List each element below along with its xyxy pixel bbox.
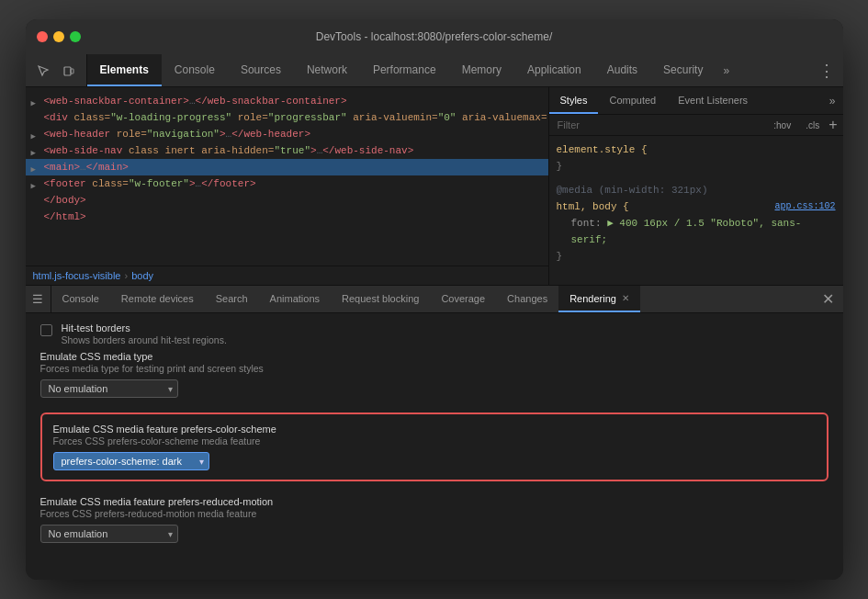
css-source-link[interactable]: app.css:102 — [774, 198, 835, 215]
hit-test-checkbox[interactable] — [40, 324, 52, 336]
prefers-reduced-motion-label: Emulate CSS media feature prefers-reduce… — [40, 496, 829, 507]
rendering-panel: Hit-test borders Shows borders around hi… — [26, 313, 843, 580]
styles-more-button[interactable]: » — [822, 87, 843, 114]
prefers-reduced-motion-select-wrap: No emulation reduce — [40, 525, 829, 543]
html-line-selected[interactable]: ▶ <main>…</main> — [26, 159, 548, 175]
drawer-tab-remote-devices[interactable]: Remote devices — [110, 286, 205, 312]
drawer-tab-request-blocking[interactable]: Request blocking — [331, 286, 430, 312]
tab-styles[interactable]: Styles — [549, 87, 599, 114]
drawer-tab-changes[interactable]: Changes — [496, 286, 558, 312]
hit-test-label: Hit-test borders — [62, 322, 227, 333]
more-tabs-button[interactable]: » — [716, 54, 737, 86]
prefers-color-scheme-label: Emulate CSS media feature prefers-color-… — [53, 424, 816, 435]
css-media-query: @media (min-width: 321px) — [557, 185, 708, 196]
breadcrumb: html.js-focus-visible › body — [26, 266, 548, 285]
cls-button[interactable]: .cls — [800, 119, 825, 132]
bottom-drawer: ☰ Console Remote devices Search Animatio… — [26, 285, 843, 580]
css-rule-media: @media (min-width: 321px) html, body { a… — [557, 182, 836, 265]
css-media-type-label: Emulate CSS media type — [40, 351, 829, 362]
close-button[interactable] — [37, 31, 48, 42]
css-rule-element-style: element.style { } — [557, 141, 836, 175]
maximize-button[interactable] — [70, 31, 81, 42]
html-line[interactable]: ▶ <footer class="w-footer">…</footer> — [26, 175, 548, 192]
add-style-button[interactable]: + — [829, 118, 837, 132]
drawer-tab-console[interactable]: Console — [51, 286, 110, 312]
hit-test-desc: Shows borders around hit-test regions. — [62, 334, 227, 345]
main-toolbar: Elements Console Sources Network Perform… — [26, 54, 843, 87]
tab-sources[interactable]: Sources — [228, 54, 294, 86]
prefers-reduced-motion-select-wrapper: No emulation reduce — [40, 525, 178, 543]
traffic-lights — [37, 31, 81, 42]
html-line[interactable]: </html> — [26, 209, 548, 225]
html-line[interactable]: <div class="w-loading-progress" role="pr… — [26, 109, 548, 126]
svg-rect-0 — [64, 67, 71, 75]
tab-memory[interactable]: Memory — [449, 54, 514, 86]
device-icon[interactable] — [57, 59, 81, 83]
inspect-icon[interactable] — [31, 59, 55, 83]
tab-performance[interactable]: Performance — [360, 54, 449, 86]
prefers-color-scheme-desc: Forces CSS prefers-color-scheme media fe… — [53, 435, 816, 446]
drawer-tab-bar: ☰ Console Remote devices Search Animatio… — [26, 286, 843, 313]
prefers-color-scheme-section: Emulate CSS media feature prefers-color-… — [40, 413, 829, 481]
css-media-type-section: Emulate CSS media type Forces media type… — [40, 351, 829, 398]
css-selector: element.style { — [557, 144, 648, 155]
styles-tab-bar: Styles Computed Event Listeners » — [549, 87, 843, 115]
css-media-type-select[interactable]: No emulation print screen — [40, 379, 178, 398]
titlebar: DevTools - localhost:8080/prefers-color-… — [26, 19, 843, 54]
tab-network[interactable]: Network — [294, 54, 360, 86]
breadcrumb-item[interactable]: body — [131, 270, 153, 281]
minimize-button[interactable] — [53, 31, 64, 42]
drawer-close-button[interactable]: ✕ — [813, 286, 843, 312]
prefers-reduced-motion-desc: Forces CSS prefers-reduced-motion media … — [40, 508, 829, 519]
drawer-tab-animations[interactable]: Animations — [259, 286, 331, 312]
breadcrumb-sep: › — [124, 270, 128, 281]
drawer-tab-rendering[interactable]: Rendering ✕ — [558, 286, 640, 312]
drawer-tab-coverage[interactable]: Coverage — [430, 286, 496, 312]
prefers-color-scheme-select[interactable]: No emulation prefers-color-scheme: light… — [53, 452, 209, 470]
drawer-tab-search[interactable]: Search — [205, 286, 259, 312]
html-line[interactable]: ▶ <web-header role="navigation">…</web-h… — [26, 126, 548, 142]
hit-test-section: Hit-test borders Shows borders around hi… — [40, 322, 829, 345]
window-title: DevTools - localhost:8080/prefers-color-… — [316, 30, 552, 43]
html-line[interactable]: ▶ <web-side-nav class inert aria-hidden=… — [26, 142, 548, 159]
tab-security[interactable]: Security — [650, 54, 716, 86]
devtools-window: DevTools - localhost:8080/prefers-color-… — [26, 19, 843, 580]
breadcrumb-item[interactable]: html.js-focus-visible — [33, 270, 121, 281]
prefers-color-scheme-select-wrap: No emulation prefers-color-scheme: light… — [53, 452, 816, 470]
tab-application[interactable]: Application — [514, 54, 594, 86]
css-media-type-select-wrapper: No emulation print screen — [40, 379, 178, 398]
prefers-reduced-motion-select[interactable]: No emulation reduce — [40, 525, 178, 543]
toolbar-icon-group — [26, 54, 87, 86]
main-content: ▶ <web-snackbar-container>…</web-snackba… — [26, 87, 843, 285]
hit-test-text: Hit-test borders Shows borders around hi… — [62, 322, 227, 345]
styles-filter-input[interactable] — [555, 117, 765, 133]
css-media-type-desc: Forces media type for testing print and … — [40, 363, 829, 374]
html-line[interactable]: ▶ <web-snackbar-container>…</web-snackba… — [26, 93, 548, 109]
tab-audits[interactable]: Audits — [594, 54, 650, 86]
close-rendering-tab[interactable]: ✕ — [622, 293, 629, 303]
tab-event-listeners[interactable]: Event Listeners — [667, 87, 759, 114]
main-tabs: Elements Console Sources Network Perform… — [87, 54, 811, 86]
styles-panel: Styles Computed Event Listeners » :hov .… — [549, 87, 843, 285]
css-selector: html, body { — [557, 201, 629, 212]
tab-elements[interactable]: Elements — [87, 54, 162, 86]
css-media-type-select-wrap: No emulation print screen — [40, 379, 829, 398]
styles-filter-bar: :hov .cls + — [549, 115, 843, 136]
tab-console[interactable]: Console — [162, 54, 228, 86]
svg-rect-1 — [71, 69, 73, 73]
kebab-menu-button[interactable]: ⋮ — [811, 54, 843, 86]
html-line[interactable]: </body> — [26, 192, 548, 209]
prefers-reduced-motion-section: Emulate CSS media feature prefers-reduce… — [40, 496, 829, 543]
tab-computed[interactable]: Computed — [598, 87, 667, 114]
html-tree[interactable]: ▶ <web-snackbar-container>…</web-snackba… — [26, 87, 548, 266]
prefers-color-scheme-select-wrapper: No emulation prefers-color-scheme: light… — [53, 452, 209, 470]
elements-panel: ▶ <web-snackbar-container>…</web-snackba… — [26, 87, 549, 285]
css-prop-row: font: ▶ 400 16px / 1.5 "Roboto", sans-se… — [557, 215, 836, 248]
drawer-menu-icon[interactable]: ☰ — [26, 286, 51, 312]
hov-button[interactable]: :hov — [768, 119, 796, 132]
css-rules-view: element.style { } @media (min-width: 321… — [549, 136, 843, 285]
